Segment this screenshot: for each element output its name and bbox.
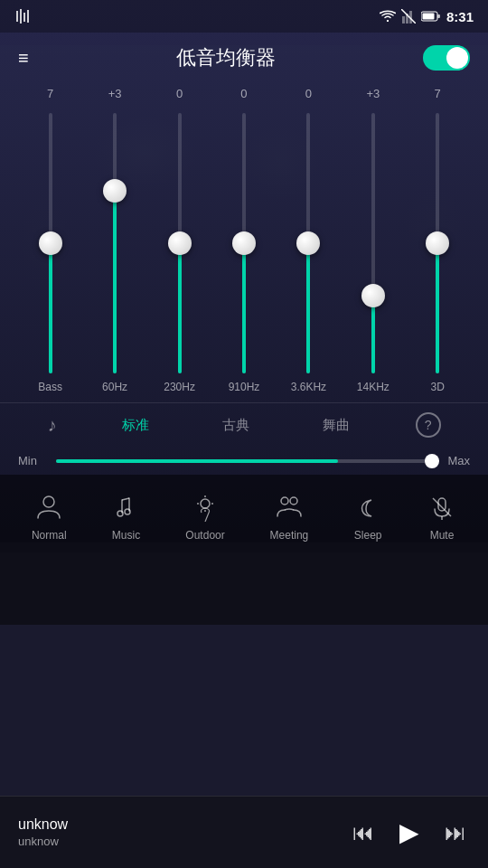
eq-freq-bass: Bass [38, 381, 62, 393]
music-icon [111, 493, 140, 522]
outdoor-icon [191, 493, 220, 522]
scene-outdoor[interactable]: Outdoor [178, 489, 231, 545]
eq-freq-910hz: 910Hz [229, 381, 260, 393]
volume-slider[interactable] [56, 459, 432, 463]
svg-point-11 [43, 496, 54, 507]
eq-slider-910hz[interactable]: 910Hz [217, 113, 271, 393]
svg-rect-1 [20, 9, 22, 24]
scene-music-label: Music [112, 529, 140, 542]
preset-classic[interactable]: 古典 [215, 413, 257, 438]
scene-outdoor-label: Outdoor [185, 529, 224, 542]
status-bar: 8:31 [0, 0, 488, 33]
eq-label-4: 0 [281, 87, 335, 100]
eq-label-2: 0 [153, 87, 207, 100]
scene-meeting-label: Meeting [270, 529, 309, 542]
scene-mute-label: Mute [430, 529, 455, 542]
middle-spacer [0, 552, 488, 625]
eq-freq-36khz: 3.6KHz [291, 381, 326, 393]
eq-toggle[interactable] [423, 45, 470, 71]
status-left [14, 7, 33, 25]
prev-button[interactable]: ⏮ [349, 816, 378, 849]
preset-standard[interactable]: 标准 [115, 413, 156, 438]
eq-slider-14khz[interactable]: 14KHz [346, 113, 400, 393]
sleep-icon [353, 493, 382, 522]
svg-point-14 [201, 499, 210, 508]
player-bar: unknow unknow ⏮ ▶ ⏭ [0, 796, 488, 868]
preset-dance[interactable]: 舞曲 [315, 413, 357, 438]
eq-slider-230hz[interactable]: 230Hz [153, 113, 207, 393]
svg-point-13 [125, 509, 130, 514]
eq-label-5: +3 [346, 87, 400, 100]
scene-meeting[interactable]: Meeting [263, 489, 316, 545]
volume-max-label: Max [443, 454, 470, 467]
play-button[interactable]: ▶ [396, 814, 423, 851]
help-button[interactable]: ? [416, 412, 441, 438]
eq-freq-60hz: 60Hz [102, 381, 127, 393]
volume-fill [56, 459, 338, 463]
status-right: 8:31 [380, 9, 474, 24]
svg-rect-0 [16, 11, 18, 22]
eq-freq-14khz: 14KHz [357, 381, 389, 393]
scene-sleep[interactable]: Sleep [346, 489, 389, 545]
battery-icon [421, 11, 441, 22]
mute-icon [427, 493, 456, 522]
eq-label-6: 7 [410, 87, 465, 100]
scene-sleep-label: Sleep [354, 529, 382, 542]
svg-rect-10 [422, 14, 434, 20]
eq-freq-230hz: 230Hz [164, 381, 195, 393]
preset-row: ♪ 标准 古典 舞曲 ? [0, 402, 488, 447]
person-icon [34, 493, 63, 522]
svg-rect-9 [437, 14, 440, 18]
wifi-icon [380, 10, 396, 23]
svg-rect-4 [402, 16, 405, 24]
volume-thumb[interactable] [425, 454, 439, 468]
page-title: 低音均衡器 [176, 44, 276, 71]
music-note-icon: ♪ [47, 415, 56, 436]
eq-top-labels: 7 +3 0 0 0 +3 7 [0, 83, 488, 104]
meeting-icon [275, 493, 304, 522]
eq-freq-3d: 3D [431, 381, 445, 393]
volume-row: Min Max [0, 447, 488, 475]
player-title: unknow [18, 816, 338, 833]
next-button[interactable]: ⏭ [441, 816, 470, 849]
svg-point-20 [290, 497, 297, 505]
eq-slider-60hz[interactable]: 60Hz [88, 113, 142, 393]
eq-slider-3d[interactable]: 3D [410, 113, 465, 393]
player-info: unknow unknow [18, 816, 338, 848]
svg-point-19 [281, 497, 288, 505]
scene-normal[interactable]: Normal [24, 489, 74, 545]
menu-button[interactable]: ≡ [18, 48, 29, 69]
eq-status-icon [14, 7, 33, 25]
eq-sliders-area: Bass 60Hz 230Hz 910Hz 3.6KHz [0, 104, 488, 402]
player-artist: unknow [18, 835, 338, 848]
volume-min-label: Min [18, 454, 45, 467]
eq-slider-36khz[interactable]: 3.6KHz [281, 113, 335, 393]
player-controls: ⏮ ▶ ⏭ [349, 814, 470, 851]
time-display: 8:31 [446, 9, 474, 24]
scene-mute[interactable]: Mute [420, 489, 464, 545]
eq-slider-bass[interactable]: Bass [23, 113, 78, 393]
svg-rect-3 [27, 10, 29, 23]
scene-normal-label: Normal [32, 529, 67, 542]
signal-icon [401, 9, 416, 24]
header: ≡ 低音均衡器 [0, 33, 488, 83]
scene-row: Normal Music Outdoor [0, 475, 488, 552]
eq-label-1: +3 [88, 87, 142, 100]
scene-music[interactable]: Music [104, 489, 147, 545]
eq-label-3: 0 [217, 87, 271, 100]
svg-point-12 [117, 511, 123, 516]
svg-rect-2 [23, 13, 25, 22]
eq-label-0: 7 [23, 87, 78, 100]
